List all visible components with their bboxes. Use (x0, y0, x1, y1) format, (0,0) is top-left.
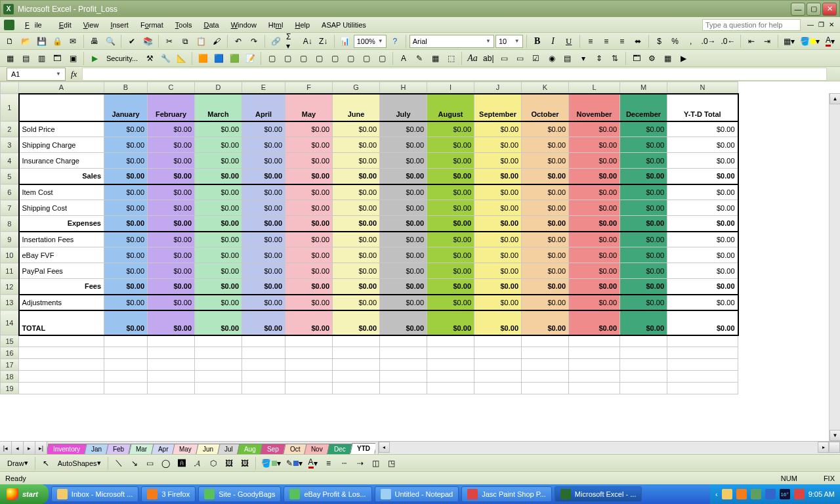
form-code-button[interactable]: ⚙ (645, 51, 660, 66)
line-style-button[interactable]: ≡ (322, 456, 336, 471)
tb4-10[interactable]: ✎ (412, 51, 427, 66)
taskbar-item[interactable]: Jasc Paint Shop P... (461, 486, 552, 502)
tray-icon-2[interactable] (736, 489, 747, 499)
cell-r4-c10[interactable]: $0.00 (569, 153, 620, 169)
menu-file[interactable]: File (20, 20, 52, 30)
cell-r4-c2[interactable]: $0.00 (195, 153, 242, 169)
minimize-button[interactable]: — (791, 3, 805, 16)
col-header-I[interactable]: I (427, 82, 474, 94)
cell-r3-c2[interactable]: $0.00 (195, 137, 242, 153)
cell-r9-c4[interactable]: $0.00 (285, 232, 333, 247)
cell-r12-c5[interactable]: $0.00 (333, 279, 380, 295)
borders-button[interactable]: ▦▾ (782, 34, 797, 49)
cell-r6-c7[interactable]: $0.00 (427, 184, 474, 200)
cell-r9-c8[interactable]: $0.00 (474, 232, 522, 247)
scroll-right-button[interactable]: ▸ (818, 442, 829, 453)
cell-r5-c8[interactable]: $0.00 (474, 169, 522, 184)
taskbar-item[interactable]: Inbox - Microsoft ... (51, 486, 139, 502)
row-label-11[interactable]: PayPal Fees (19, 263, 104, 279)
start-button[interactable]: start (0, 484, 49, 504)
cell-r2-c11[interactable]: $0.00 (620, 121, 667, 137)
cell-A1[interactable] (19, 94, 104, 121)
col-header-L[interactable]: L (569, 82, 620, 94)
cell-r6-c3[interactable]: $0.00 (242, 184, 285, 200)
cell-r11-c2[interactable]: $0.00 (195, 263, 242, 279)
cell-r3-c0[interactable]: $0.00 (104, 137, 148, 153)
comma-button[interactable]: , (684, 34, 698, 49)
autoshapes-button[interactable]: AutoShapes ▾ (54, 456, 104, 471)
cell-r10-c0[interactable]: $0.00 (104, 247, 148, 263)
cell-r10-c12[interactable]: $0.00 (667, 247, 738, 263)
cell-r6-c12[interactable]: $0.00 (667, 184, 738, 200)
draw-font-color-button[interactable]: A▾ (306, 456, 320, 471)
cell-r4-c6[interactable]: $0.00 (380, 153, 427, 169)
cell-r3-c10[interactable]: $0.00 (569, 137, 620, 153)
cell-r8-c4[interactable]: $0.00 (285, 216, 333, 232)
cell-r10-c1[interactable]: $0.00 (148, 247, 195, 263)
cell-r4-c3[interactable]: $0.00 (242, 153, 285, 169)
tray-icon-5[interactable] (794, 489, 805, 499)
cell-r10-c5[interactable]: $0.00 (333, 247, 380, 263)
cell-r7-c8[interactable]: $0.00 (474, 200, 522, 216)
sheet-tab-Oct[interactable]: Oct (283, 444, 307, 454)
menu-tools[interactable]: Tools (170, 20, 198, 30)
cell-r7-c4[interactable]: $0.00 (285, 200, 333, 216)
security-button[interactable]: Security... (103, 51, 141, 66)
row-label-10[interactable]: eBay FVF (19, 247, 104, 263)
sheet-tab-Apr[interactable]: Apr (151, 444, 175, 454)
cell-r2-c9[interactable]: $0.00 (522, 121, 569, 137)
sort-desc-button[interactable]: Z↓ (316, 34, 331, 49)
cell-r7-c12[interactable]: $0.00 (667, 200, 738, 216)
col-header-E[interactable]: E (242, 82, 285, 94)
cell-r10-c2[interactable]: $0.00 (195, 247, 242, 263)
cell-r11-c9[interactable]: $0.00 (522, 263, 569, 279)
cell-r5-c3[interactable]: $0.00 (242, 169, 285, 184)
vb-editor-button[interactable]: ⚒ (142, 51, 157, 66)
tb2-btn-3[interactable]: ▥ (34, 51, 49, 66)
scroll-down-button[interactable]: ▼ (830, 430, 840, 441)
help-search-input[interactable] (702, 19, 801, 31)
print-button[interactable]: 🖶 (87, 34, 102, 49)
month-header-1[interactable]: February (148, 94, 195, 121)
cell-r13-c4[interactable]: $0.00 (285, 295, 333, 310)
cell-r4-c12[interactable]: $0.00 (667, 153, 738, 169)
cell-r11-c11[interactable]: $0.00 (620, 263, 667, 279)
cell-r6-c0[interactable]: $0.00 (104, 184, 148, 200)
total-c8[interactable]: $0.00 (474, 310, 522, 335)
tb3-3[interactable]: 🟩 (227, 51, 242, 66)
taskbar-item[interactable]: Untitled - Notepad (375, 486, 459, 502)
cell-r8-c11[interactable]: $0.00 (620, 216, 667, 232)
italic-button[interactable]: I (546, 34, 560, 49)
rectangle-button[interactable]: ▭ (143, 456, 158, 471)
month-header-2[interactable]: March (195, 94, 242, 121)
sheet-tab-Inventory[interactable]: Inventory (47, 444, 87, 454)
tb2-btn-4[interactable]: 🗔 (50, 51, 64, 66)
row-label-8[interactable]: Expenses (19, 216, 104, 232)
cell-r10-c11[interactable]: $0.00 (620, 247, 667, 263)
cell-r11-c12[interactable]: $0.00 (667, 263, 738, 279)
scroll-left-button[interactable]: ◂ (379, 442, 390, 453)
cut-button[interactable]: ✂ (162, 34, 177, 49)
row-header-8[interactable]: 8 (1, 216, 19, 232)
cell-r13-c9[interactable]: $0.00 (522, 295, 569, 310)
tb4-2[interactable]: ▢ (280, 51, 295, 66)
close-button[interactable]: ✕ (822, 3, 837, 16)
cell-r7-c1[interactable]: $0.00 (148, 200, 195, 216)
cell-r8-c0[interactable]: $0.00 (104, 216, 148, 232)
cell-r11-c7[interactable]: $0.00 (427, 263, 474, 279)
arrow-button[interactable]: ↘ (127, 456, 142, 471)
cell-r9-c2[interactable]: $0.00 (195, 232, 242, 247)
sheet-tab-Dec[interactable]: Dec (327, 444, 352, 454)
cell-r11-c8[interactable]: $0.00 (474, 263, 522, 279)
total-c3[interactable]: $0.00 (242, 310, 285, 335)
font-size-combo[interactable]: 10▼ (495, 35, 523, 48)
total-c4[interactable]: $0.00 (285, 310, 333, 335)
draw-fill-color-button[interactable]: 🪣▾ (259, 456, 283, 471)
cell-r3-c6[interactable]: $0.00 (380, 137, 427, 153)
oval-button[interactable]: ◯ (159, 456, 173, 471)
row-header-7[interactable]: 7 (1, 200, 19, 216)
cell-r13-c5[interactable]: $0.00 (333, 295, 380, 310)
cell-r3-c7[interactable]: $0.00 (427, 137, 474, 153)
cell-r9-c7[interactable]: $0.00 (427, 232, 474, 247)
clipart-button[interactable]: 🖼 (222, 456, 236, 471)
